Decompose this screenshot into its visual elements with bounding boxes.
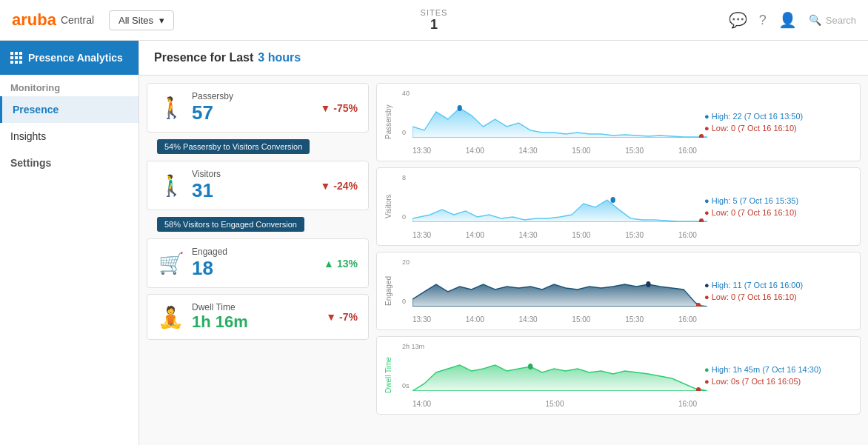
passersby-value: 57 <box>192 101 313 124</box>
dwell-chart-info: ● High: 1h 45m (7 Oct 16 14:30) ● Low: 0… <box>704 343 852 408</box>
visitors-x-labels: 13:30 14:00 14:30 15:00 15:30 16:00 <box>413 231 697 239</box>
passersby-chart-svg <box>413 90 707 138</box>
passersby-chart-y-label: Passersby <box>384 90 395 155</box>
svg-point-7 <box>646 281 650 287</box>
engaged-chart-svg-container: 20 0 <box>402 258 697 314</box>
passersby-info: Passersby 57 <box>192 91 313 124</box>
sites-info: SITES 1 <box>421 8 448 33</box>
svg-point-4 <box>610 197 615 203</box>
search-area[interactable]: 🔍 Search <box>809 14 856 26</box>
page-header: Presence for Last 3 hours <box>139 41 868 76</box>
visitors-low: ● Low: 0 (7 Oct 16 16:10) <box>704 208 852 217</box>
engaged-chart-row: Engaged 20 0 <box>376 252 861 330</box>
grid-icon <box>10 52 22 64</box>
app-body: Presence Analytics Monitoring Presence I… <box>0 41 868 445</box>
dwell-chart-y-label: Dwell Time <box>384 343 395 408</box>
dwell-high: ● High: 1h 45m (7 Oct 16 14:30) <box>704 365 852 374</box>
visitors-label: Visitors <box>192 169 313 179</box>
sites-dropdown-label: All Sites <box>118 15 153 26</box>
svg-point-10 <box>528 364 533 369</box>
sidebar: Presence Analytics Monitoring Presence I… <box>0 41 139 445</box>
passersby-chart-info: ● High: 22 (7 Oct 16 13:50) ● Low: 0 (7 … <box>704 90 852 155</box>
dwell-chart-area: 2h 13m 0s <box>402 343 697 408</box>
passersby-chart-row: Passersby 40 0 <box>376 83 861 161</box>
sites-count-value: 1 <box>421 17 448 33</box>
settings-label: Settings <box>10 157 51 169</box>
conversion-badge-2: 58% Visitors to Engaged Conversion <box>157 217 304 232</box>
sidebar-section-settings[interactable]: Settings <box>0 150 138 176</box>
presence-label: Presence <box>13 104 59 116</box>
engaged-chart-area: 20 0 <box>402 258 697 324</box>
chevron-down-icon: ▾ <box>159 15 164 26</box>
svg-point-1 <box>457 105 461 111</box>
visitors-chart-row: Visitors 8 0 <box>376 167 861 246</box>
dwell-chart-svg <box>413 343 707 391</box>
help-icon[interactable]: ? <box>759 13 767 28</box>
dwell-value: 1h 16m <box>192 312 318 332</box>
engaged-icon: 🛒 <box>158 251 184 275</box>
visitors-icon: 🚶‍♂️ <box>158 173 184 198</box>
dwell-y-zero: 0s <box>402 382 410 389</box>
passersby-high: ● High: 22 (7 Oct 16 13:50) <box>704 112 852 121</box>
search-icon: 🔍 <box>809 14 821 26</box>
visitors-y-max: 8 <box>402 174 406 181</box>
product-name: Central <box>61 14 94 26</box>
passersby-low: ● Low: 0 (7 Oct 16 16:10) <box>704 124 852 133</box>
visitors-chart-area: 8 0 <box>402 174 697 239</box>
engaged-change: ▲ 13% <box>324 258 358 270</box>
engaged-chart-svg <box>413 258 707 307</box>
content-area: 🚶 Passersby 57 ▼ -75% 54% Passersby to V… <box>139 76 868 422</box>
sites-dropdown[interactable]: All Sites ▾ <box>109 10 174 30</box>
sidebar-item-presence[interactable]: Presence <box>0 96 138 123</box>
engaged-label: Engaged <box>192 247 316 257</box>
conversion-badge-1: 54% Passersby to Visitors Conversion <box>157 139 310 154</box>
passersby-y-max: 40 <box>402 90 410 97</box>
svg-marker-3 <box>413 200 707 222</box>
sites-header-label: SITES <box>421 8 448 17</box>
sidebar-item-insights[interactable]: Insights <box>0 123 138 150</box>
visitors-chart-info: ● High: 5 (7 Oct 16 15:35) ● Low: 0 (7 O… <box>704 174 852 239</box>
main-content: Presence for Last 3 hours 🚶 Passersby 57… <box>139 41 868 445</box>
visitors-change: ▼ -24% <box>320 180 358 192</box>
svg-point-5 <box>699 218 704 222</box>
visitors-value: 31 <box>192 179 313 202</box>
visitors-info: Visitors 31 <box>192 169 313 202</box>
sidebar-header: Presence Analytics <box>0 41 138 75</box>
visitors-stat: 🚶‍♂️ Visitors 31 ▼ -24% <box>147 161 369 210</box>
sidebar-section-monitoring: Monitoring <box>0 75 138 96</box>
stats-panel: 🚶 Passersby 57 ▼ -75% 54% Passersby to V… <box>147 83 369 415</box>
engaged-value: 18 <box>192 257 316 280</box>
dwell-x-labels: 14:00 15:00 16:00 <box>413 400 697 408</box>
brand-logo: aruba Central <box>12 10 94 30</box>
passersby-label: Passersby <box>192 91 313 101</box>
passersby-change: ▼ -75% <box>320 102 358 114</box>
user-icon[interactable]: 👤 <box>778 11 797 29</box>
visitors-down-icon: ▼ <box>320 180 330 192</box>
dwell-stat: 🧘 Dwell Time 1h 16m ▼ -7% <box>147 294 369 340</box>
svg-marker-6 <box>413 284 707 307</box>
passersby-icon: 🚶 <box>158 96 184 120</box>
engaged-y-max: 20 <box>402 258 410 266</box>
dwell-y-max: 2h 13m <box>402 343 424 350</box>
page-title-highlight: 3 hours <box>258 51 301 64</box>
engaged-stat: 🛒 Engaged 18 ▲ 13% <box>147 238 369 288</box>
visitors-chart-svg <box>413 174 707 222</box>
engaged-chart-y-label: Engaged <box>384 258 395 324</box>
passersby-stat: 🚶 Passersby 57 ▼ -75% <box>147 83 369 133</box>
visitors-high: ● High: 5 (7 Oct 16 15:35) <box>704 196 852 205</box>
dwell-info: Dwell Time 1h 16m <box>192 302 318 332</box>
svg-marker-9 <box>413 365 707 391</box>
top-right-actions: 💬 ? 👤 🔍 Search <box>729 11 856 29</box>
dwell-label: Dwell Time <box>192 302 318 312</box>
engaged-info: Engaged 18 <box>192 247 316 280</box>
svg-point-11 <box>696 387 701 391</box>
engaged-up-icon: ▲ <box>324 258 334 270</box>
insights-label: Insights <box>10 130 46 142</box>
dwell-chart-svg-container: 2h 13m 0s <box>402 343 697 398</box>
page-title: Presence for Last <box>154 51 253 64</box>
engaged-x-labels: 13:30 14:00 14:30 15:00 15:30 16:00 <box>413 315 697 324</box>
dwell-chart-row: Dwell Time 2h 13m 0s <box>376 336 861 415</box>
chat-icon[interactable]: 💬 <box>729 11 747 29</box>
dwell-down-icon: ▼ <box>326 311 336 323</box>
visitors-chart-svg-container: 8 0 <box>402 174 697 230</box>
